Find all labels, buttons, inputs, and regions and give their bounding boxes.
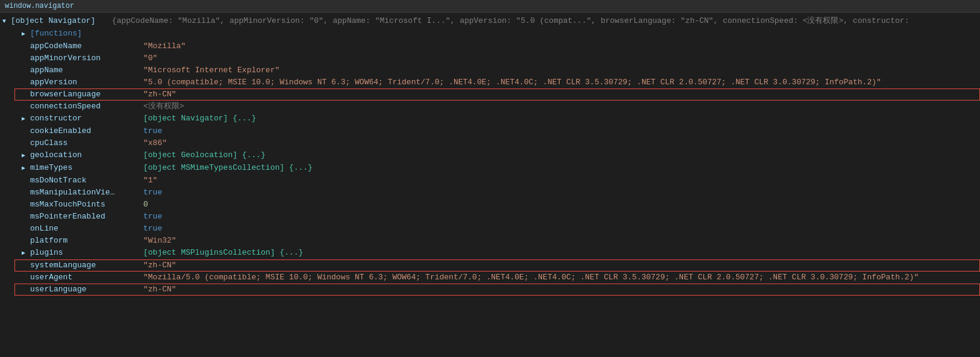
key-functions: [functions] bbox=[30, 28, 139, 39]
property-row-msDoNotTrack[interactable]: msDoNotTrack"1" bbox=[0, 175, 980, 187]
key-cookieEnabled: cookieEnabled bbox=[30, 126, 139, 137]
value-cookieEnabled: true bbox=[143, 126, 162, 137]
toggle-constructor[interactable] bbox=[22, 114, 30, 125]
property-row-appName[interactable]: appName"Microsoft Internet Explorer" bbox=[0, 64, 980, 76]
key-msDoNotTrack: msDoNotTrack bbox=[30, 175, 139, 186]
title-bar: window.navigator bbox=[0, 0, 980, 13]
value-plugins: [object MSPluginsCollection] {...} bbox=[143, 247, 303, 258]
property-row-msManipulationViewiewer[interactable]: msManipulationVie…true bbox=[0, 187, 980, 199]
key-connectionSpeed: connectionSpeed bbox=[30, 101, 139, 112]
key-constructor: constructor bbox=[30, 113, 139, 124]
properties-list: [functions] appCodeName"Mozilla" appMino… bbox=[0, 28, 980, 296]
property-row-userLanguage[interactable]: userLanguage"zh-CN" bbox=[0, 284, 980, 296]
value-appCodeName: "Mozilla" bbox=[143, 41, 186, 52]
key-msManipulationViewiewer: msManipulationVie… bbox=[30, 187, 139, 198]
value-appVersion: "5.0 (compatible; MSIE 10.0; Windows NT … bbox=[143, 77, 881, 88]
property-row-onLine[interactable]: onLinetrue bbox=[0, 223, 980, 235]
value-cpuClass: "x86" bbox=[143, 138, 167, 149]
value-onLine: true bbox=[143, 223, 162, 234]
root-toggle[interactable] bbox=[2, 16, 11, 27]
key-cpuClass: cpuClass bbox=[30, 138, 139, 149]
property-row-geolocation[interactable]: geolocation[object Geolocation] {...} bbox=[0, 149, 980, 162]
property-row-connectionSpeed[interactable]: connectionSpeed<没有权限> bbox=[0, 101, 980, 113]
value-geolocation: [object Geolocation] {...} bbox=[143, 150, 266, 161]
toggle-mimeTypes[interactable] bbox=[22, 163, 30, 174]
property-row-appCodeName[interactable]: appCodeName"Mozilla" bbox=[0, 40, 980, 52]
property-row-cookieEnabled[interactable]: cookieEnabledtrue bbox=[0, 125, 980, 137]
value-browserLanguage: "zh-CN" bbox=[143, 89, 176, 100]
key-geolocation: geolocation bbox=[30, 150, 139, 161]
value-userLanguage: "zh-CN" bbox=[143, 284, 176, 295]
property-row-msMaxTouchPoints[interactable]: msMaxTouchPoints0 bbox=[0, 199, 980, 211]
key-platform: platform bbox=[30, 235, 139, 246]
key-plugins: plugins bbox=[30, 247, 139, 258]
property-row-msPointerEnabled[interactable]: msPointerEnabledtrue bbox=[0, 211, 980, 223]
value-msManipulationViewiewer: true bbox=[143, 187, 162, 198]
property-row-platform[interactable]: platform"Win32" bbox=[0, 235, 980, 247]
title-text: window.navigator bbox=[5, 2, 74, 10]
property-row-appVersion[interactable]: appVersion"5.0 (compatible; MSIE 10.0; W… bbox=[0, 76, 980, 88]
key-appMinorVersion: appMinorVersion bbox=[30, 53, 139, 64]
key-appVersion: appVersion bbox=[30, 77, 139, 88]
value-constructor: [object Navigator] {...} bbox=[143, 113, 256, 124]
property-row-userAgent[interactable]: userAgent"Mozilla/5.0 (compatible; MSIE … bbox=[0, 272, 980, 284]
property-row-mimeTypes[interactable]: mimeTypes[object MSMimeTypesCollection] … bbox=[0, 162, 980, 175]
devtools-panel: window.navigator [object Navigator] {app… bbox=[0, 0, 980, 357]
key-msMaxTouchPoints: msMaxTouchPoints bbox=[30, 199, 139, 210]
key-mimeTypes: mimeTypes bbox=[30, 163, 139, 173]
toggle-functions[interactable] bbox=[22, 29, 30, 40]
value-appMinorVersion: "0" bbox=[143, 53, 157, 64]
property-row-appMinorVersion[interactable]: appMinorVersion"0" bbox=[0, 52, 980, 64]
root-row[interactable]: [object Navigator] {appCodeName: "Mozill… bbox=[0, 15, 980, 28]
property-row-systemLanguage[interactable]: systemLanguage"zh-CN" bbox=[0, 259, 980, 272]
key-msPointerEnabled: msPointerEnabled bbox=[30, 211, 139, 222]
key-userAgent: userAgent bbox=[30, 272, 139, 283]
root-label: [object Navigator] bbox=[11, 16, 95, 26]
value-systemLanguage: "zh-CN" bbox=[143, 260, 176, 271]
value-mimeTypes: [object MSMimeTypesCollection] {...} bbox=[143, 163, 313, 173]
toggle-geolocation[interactable] bbox=[22, 151, 30, 161]
value-msPointerEnabled: true bbox=[143, 211, 162, 222]
key-appName: appName bbox=[30, 65, 139, 76]
property-row-constructor[interactable]: constructor[object Navigator] {...} bbox=[0, 113, 980, 125]
toggle-plugins[interactable] bbox=[22, 248, 30, 259]
tree-container: [object Navigator] {appCodeName: "Mozill… bbox=[0, 13, 980, 298]
key-browserLanguage: browserLanguage bbox=[30, 89, 139, 100]
property-row-browserLanguage[interactable]: browserLanguage"zh-CN" bbox=[0, 88, 980, 101]
property-row-plugins[interactable]: plugins[object MSPluginsCollection] {...… bbox=[0, 247, 980, 259]
value-userAgent: "Mozilla/5.0 (compatible; MSIE 10.0; Win… bbox=[143, 272, 919, 283]
root-summary: {appCodeName: "Mozilla", appMinorVersion… bbox=[112, 16, 910, 26]
value-appName: "Microsoft Internet Explorer" bbox=[143, 65, 279, 76]
value-msDoNotTrack: "1" bbox=[143, 175, 157, 186]
key-systemLanguage: systemLanguage bbox=[30, 260, 139, 271]
value-platform: "Win32" bbox=[143, 235, 176, 246]
key-userLanguage: userLanguage bbox=[30, 284, 139, 295]
value-connectionSpeed: <没有权限> bbox=[143, 101, 184, 112]
key-appCodeName: appCodeName bbox=[30, 41, 139, 52]
key-onLine: onLine bbox=[30, 223, 139, 234]
property-row-cpuClass[interactable]: cpuClass"x86" bbox=[0, 137, 980, 149]
property-row-functions[interactable]: [functions] bbox=[0, 28, 980, 40]
value-msMaxTouchPoints: 0 bbox=[143, 199, 148, 210]
